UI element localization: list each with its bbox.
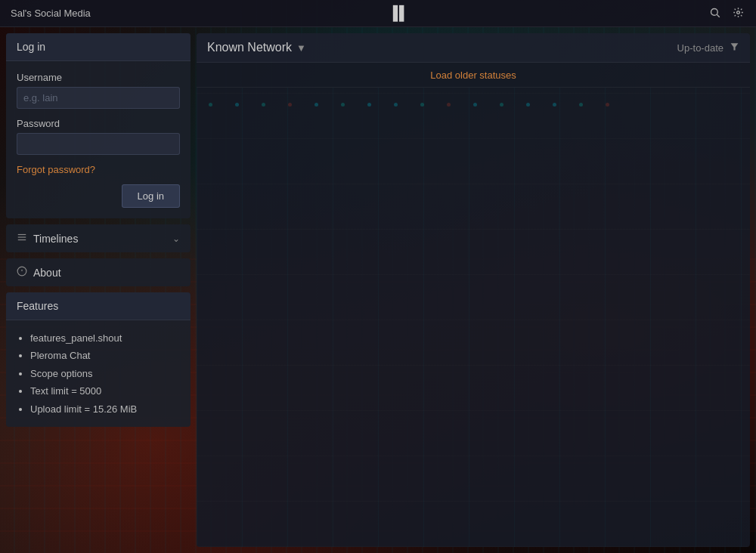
timelines-icon [17,232,27,245]
app-logo: ▐▌ [388,5,411,21]
about-icon [17,266,27,279]
feed-panel: Known Network ▼ Up-to-date Load older st… [197,33,750,547]
feed-header: Known Network ▼ Up-to-date [197,33,750,63]
feed-dot [579,103,583,107]
about-nav-item[interactable]: About [6,258,191,286]
main-layout: Log in Username Password Forgot password… [0,27,756,553]
timelines-chevron-icon: ⌄ [172,233,180,244]
svg-point-0 [711,8,717,15]
feed-title: Known Network [207,41,292,54]
feed-dot [288,103,292,107]
left-panel: Log in Username Password Forgot password… [0,27,197,553]
svg-point-2 [737,11,740,14]
feed-controls: Up-to-date [677,42,739,54]
username-input[interactable] [17,87,180,109]
topbar: Sal's Social Media ▐▌ [0,0,756,27]
feed-title-area: Known Network ▼ [207,41,306,54]
login-header: Log in [6,33,191,61]
features-body: features_panel.shout Pleroma Chat Scope … [6,320,191,427]
list-item: Scope options [30,365,180,382]
timelines-nav-item[interactable]: Timelines ⌄ [6,224,191,252]
feed-dot [209,103,212,107]
forgot-password-link[interactable]: Forgot password? [17,164,180,175]
feed-content [197,88,750,547]
settings-icon[interactable] [731,5,745,22]
list-item: Upload limit = 15.26 MiB [30,400,180,418]
feed-dot [262,103,265,107]
feed-dot [473,103,477,107]
features-header: Features [6,292,191,320]
login-button[interactable]: Log in [122,184,180,208]
feed-dot [606,103,609,107]
feed-uptodate-label: Up-to-date [677,42,723,54]
features-panel: Features features_panel.shout Pleroma Ch… [6,292,191,427]
list-item: features_panel.shout [30,329,180,347]
feed-dot [447,103,451,107]
list-item: Pleroma Chat [30,347,180,364]
feed-dot [526,103,530,107]
feed-dot [394,103,398,107]
feed-dot [500,103,503,107]
password-input[interactable] [17,133,180,155]
feed-dot [235,103,239,107]
svg-marker-9 [731,43,739,50]
search-icon[interactable] [708,5,722,22]
login-panel: Log in Username Password Forgot password… [6,33,191,218]
login-body: Username Password Forgot password? Log i… [6,61,191,218]
feed-dot [341,103,345,107]
svg-line-1 [717,14,719,17]
features-list: features_panel.shout Pleroma Chat Scope … [17,329,180,418]
app-title: Sal's Social Media [11,8,91,19]
feed-load-older: Load older statuses [197,63,750,88]
timelines-label: Timelines [33,233,78,245]
list-item: Text limit = 5000 [30,382,180,400]
password-label: Password [17,118,180,129]
feed-filter-icon[interactable] [730,42,739,54]
topbar-icons [708,5,745,22]
feed-dot [553,103,556,107]
username-label: Username [17,72,180,83]
load-older-link[interactable]: Load older statuses [430,70,516,81]
feed-dot [420,103,424,107]
feed-dropdown-chevron-icon[interactable]: ▼ [296,42,306,54]
username-group: Username [17,72,180,109]
feed-dot [367,103,371,107]
about-label: About [33,267,61,279]
password-group: Password [17,118,180,155]
feed-dot [314,103,318,107]
